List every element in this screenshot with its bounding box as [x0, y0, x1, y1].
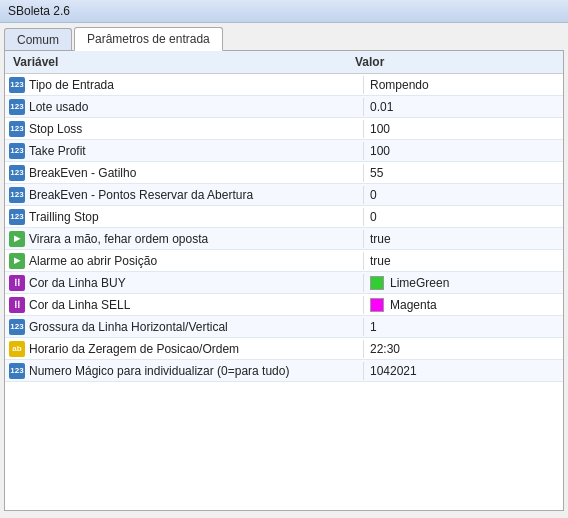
- cell-label: 123BreakEven - Gatilho: [5, 163, 363, 183]
- row-value: Rompendo: [370, 78, 429, 92]
- row-icon: 123: [9, 99, 25, 115]
- row-icon: ab: [9, 341, 25, 357]
- row-icon: 123: [9, 143, 25, 159]
- cell-value: 1042021: [363, 362, 563, 380]
- app-title: SBoleta 2.6: [8, 4, 70, 18]
- table-row[interactable]: ▶Alarme ao abrir Posiçãotrue: [5, 250, 563, 272]
- cell-value: 1: [363, 318, 563, 336]
- cell-value: 0.01: [363, 98, 563, 116]
- table-row[interactable]: 123BreakEven - Gatilho55: [5, 162, 563, 184]
- row-label: Take Profit: [29, 144, 86, 158]
- cell-value: Magenta: [363, 296, 563, 314]
- table-row[interactable]: ⁞⁞Cor da Linha SELLMagenta: [5, 294, 563, 316]
- table-row[interactable]: 123BreakEven - Pontos Reservar da Abertu…: [5, 184, 563, 206]
- cell-value: 0: [363, 186, 563, 204]
- row-icon: 123: [9, 187, 25, 203]
- cell-label: ▶Virara a mão, fehar ordem oposta: [5, 229, 363, 249]
- tabs-row: Comum Parâmetros de entrada: [4, 27, 564, 51]
- tab-params[interactable]: Parâmetros de entrada: [74, 27, 223, 51]
- row-label: Virara a mão, fehar ordem oposta: [29, 232, 208, 246]
- cell-value: 100: [363, 142, 563, 160]
- cell-label: 123Grossura da Linha Horizontal/Vertical: [5, 317, 363, 337]
- table-row[interactable]: ⁞⁞Cor da Linha BUYLimeGreen: [5, 272, 563, 294]
- color-swatch: [370, 298, 384, 312]
- cell-label: 123Stop Loss: [5, 119, 363, 139]
- row-icon: ⁞⁞: [9, 297, 25, 313]
- cell-label: ⁞⁞Cor da Linha SELL: [5, 295, 363, 315]
- row-value: 1042021: [370, 364, 417, 378]
- row-value: LimeGreen: [390, 276, 449, 290]
- cell-label: ▶Alarme ao abrir Posição: [5, 251, 363, 271]
- row-value: 100: [370, 144, 390, 158]
- row-icon: ⁞⁞: [9, 275, 25, 291]
- row-label: BreakEven - Pontos Reservar da Abertura: [29, 188, 253, 202]
- cell-value: LimeGreen: [363, 274, 563, 292]
- row-label: Trailling Stop: [29, 210, 99, 224]
- params-panel: Variável Valor 123Tipo de EntradaRompend…: [4, 50, 564, 511]
- table-row[interactable]: 123Trailling Stop0: [5, 206, 563, 228]
- row-label: BreakEven - Gatilho: [29, 166, 136, 180]
- row-value: true: [370, 254, 391, 268]
- row-value: 55: [370, 166, 383, 180]
- row-icon: 123: [9, 77, 25, 93]
- cell-value: 100: [363, 120, 563, 138]
- cell-label: 123Trailling Stop: [5, 207, 363, 227]
- table-row[interactable]: 123Lote usado0.01: [5, 96, 563, 118]
- table-row[interactable]: 123Tipo de EntradaRompendo: [5, 74, 563, 96]
- row-icon: 123: [9, 319, 25, 335]
- table-body: 123Tipo de EntradaRompendo123Lote usado0…: [5, 74, 563, 382]
- row-icon: ▶: [9, 253, 25, 269]
- cell-label: 123Lote usado: [5, 97, 363, 117]
- row-icon: 123: [9, 209, 25, 225]
- cell-label: ⁞⁞Cor da Linha BUY: [5, 273, 363, 293]
- cell-value: true: [363, 252, 563, 270]
- cell-label: abHorario da Zeragem de Posicao/Ordem: [5, 339, 363, 359]
- row-value: 22:30: [370, 342, 400, 356]
- row-value: 0.01: [370, 100, 393, 114]
- table-row[interactable]: ▶Virara a mão, fehar ordem opostatrue: [5, 228, 563, 250]
- row-label: Alarme ao abrir Posição: [29, 254, 157, 268]
- cell-label: 123Tipo de Entrada: [5, 75, 363, 95]
- row-label: Tipo de Entrada: [29, 78, 114, 92]
- cell-label: 123BreakEven - Pontos Reservar da Abertu…: [5, 185, 363, 205]
- row-label: Numero Mágico para individualizar (0=par…: [29, 364, 289, 378]
- cell-label: 123Numero Mágico para individualizar (0=…: [5, 361, 363, 381]
- row-value: 100: [370, 122, 390, 136]
- header-variable: Variável: [13, 55, 355, 69]
- row-label: Stop Loss: [29, 122, 82, 136]
- table-row[interactable]: 123Numero Mágico para individualizar (0=…: [5, 360, 563, 382]
- table-row[interactable]: abHorario da Zeragem de Posicao/Ordem22:…: [5, 338, 563, 360]
- row-value: 0: [370, 188, 377, 202]
- cell-value: true: [363, 230, 563, 248]
- table-row[interactable]: 123Take Profit100: [5, 140, 563, 162]
- tab-comum[interactable]: Comum: [4, 28, 72, 51]
- row-icon: 123: [9, 121, 25, 137]
- row-label: Lote usado: [29, 100, 88, 114]
- row-value: 1: [370, 320, 377, 334]
- table-row[interactable]: 123Stop Loss100: [5, 118, 563, 140]
- row-icon: ▶: [9, 231, 25, 247]
- row-value: true: [370, 232, 391, 246]
- row-value: Magenta: [390, 298, 437, 312]
- row-value: 0: [370, 210, 377, 224]
- cell-value: 22:30: [363, 340, 563, 358]
- row-label: Cor da Linha BUY: [29, 276, 126, 290]
- color-swatch: [370, 276, 384, 290]
- row-label: Grossura da Linha Horizontal/Vertical: [29, 320, 228, 334]
- row-icon: 123: [9, 363, 25, 379]
- table-header: Variável Valor: [5, 51, 563, 74]
- row-icon: 123: [9, 165, 25, 181]
- cell-label: 123Take Profit: [5, 141, 363, 161]
- header-value: Valor: [355, 55, 555, 69]
- cell-value: Rompendo: [363, 76, 563, 94]
- row-label: Cor da Linha SELL: [29, 298, 130, 312]
- table-row[interactable]: 123Grossura da Linha Horizontal/Vertical…: [5, 316, 563, 338]
- row-label: Horario da Zeragem de Posicao/Ordem: [29, 342, 239, 356]
- main-container: Comum Parâmetros de entrada Variável Val…: [0, 23, 568, 515]
- cell-value: 55: [363, 164, 563, 182]
- title-bar: SBoleta 2.6: [0, 0, 568, 23]
- cell-value: 0: [363, 208, 563, 226]
